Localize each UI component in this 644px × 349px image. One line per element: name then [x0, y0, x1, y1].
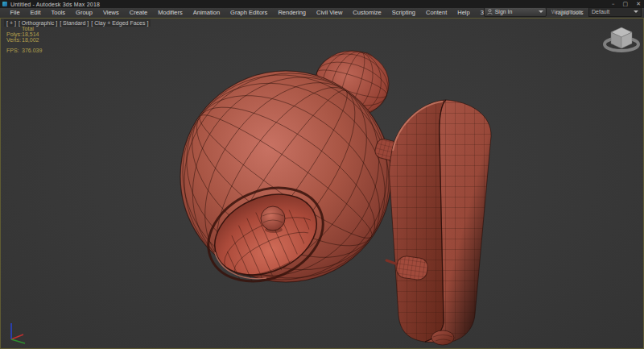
workspaces-dropdown[interactable]: Default [588, 7, 642, 17]
stats-fps-value: 376.039 [22, 48, 42, 53]
switch-knob-mesh[interactable] [386, 255, 429, 280]
stats-total-header: Total [22, 26, 42, 31]
workspaces-chevron-down-icon [634, 10, 638, 13]
sign-in-button[interactable]: Sign In [484, 7, 547, 17]
stats-verts-value: 18,002 [22, 37, 42, 43]
menu-rendering[interactable]: Rendering [273, 8, 312, 18]
wall-lamp-model[interactable] [140, 31, 491, 345]
menu-views[interactable]: Views [97, 8, 124, 18]
stats-fps-label: FPS: [6, 48, 22, 53]
menu-graph-editors[interactable]: Graph Editors [225, 8, 273, 18]
menu-edit[interactable]: Edit [25, 8, 46, 18]
wall-plate-mesh[interactable] [390, 100, 491, 343]
topright-toolbar: Sign In Workspaces: Default [484, 6, 642, 17]
viewport-menu-shading[interactable]: [ Clay + Edged Faces ] [91, 20, 148, 26]
perspective-viewport[interactable]: [ + ] [ Orthographic ] [ Standard ] [ Cl… [0, 18, 644, 349]
sign-in-chevron-down-icon[interactable] [539, 10, 543, 13]
world-axis-gizmo [11, 323, 25, 343]
viewport-menu-style[interactable]: [ Standard ] [60, 20, 89, 26]
window-title: Untitled - Autodesk 3ds Max 2018 [10, 2, 100, 7]
menu-scripting[interactable]: Scripting [386, 8, 420, 18]
x-axis [11, 334, 23, 339]
plate-bottom-bump-mesh[interactable] [431, 330, 454, 345]
menu-group[interactable]: Group [71, 8, 98, 18]
menu-file[interactable]: File [5, 8, 25, 18]
viewport-menu-plus[interactable]: [ + ] [6, 20, 16, 26]
viewcube[interactable] [605, 27, 638, 51]
menu-content[interactable]: Content [420, 8, 452, 18]
viewport-statistics: Total Polys: 18,514 Verts: 18,002 FPS: 3… [6, 26, 42, 53]
menu-civil-view[interactable]: Civil View [311, 8, 347, 18]
stats-polys-label: Polys: [6, 31, 22, 37]
menu-help[interactable]: Help [452, 8, 475, 18]
sign-in-label: Sign In [495, 9, 539, 15]
menu-customize[interactable]: Customize [348, 8, 386, 18]
workspaces-label: Workspaces: [551, 9, 584, 15]
stats-polys-value: 18,514 [22, 31, 42, 37]
menu-animation[interactable]: Animation [188, 8, 225, 18]
menu-create[interactable]: Create [124, 8, 153, 18]
menu-tools[interactable]: Tools [46, 8, 71, 18]
stats-verts-label: Verts: [6, 37, 22, 43]
application-window: Untitled - Autodesk 3ds Max 2018 – ▢ ✕ F… [0, 0, 644, 349]
y-axis [11, 339, 25, 343]
menu-modifiers[interactable]: Modifiers [153, 8, 188, 18]
workspaces-value: Default [592, 9, 634, 15]
viewport-canvas[interactable] [1, 19, 643, 348]
person-icon [487, 9, 493, 15]
3dsmax-app-icon [2, 2, 7, 6]
lamp-shade-sphere-mesh[interactable] [140, 31, 431, 322]
viewport-menu-view[interactable]: [ Orthographic ] [19, 20, 57, 26]
